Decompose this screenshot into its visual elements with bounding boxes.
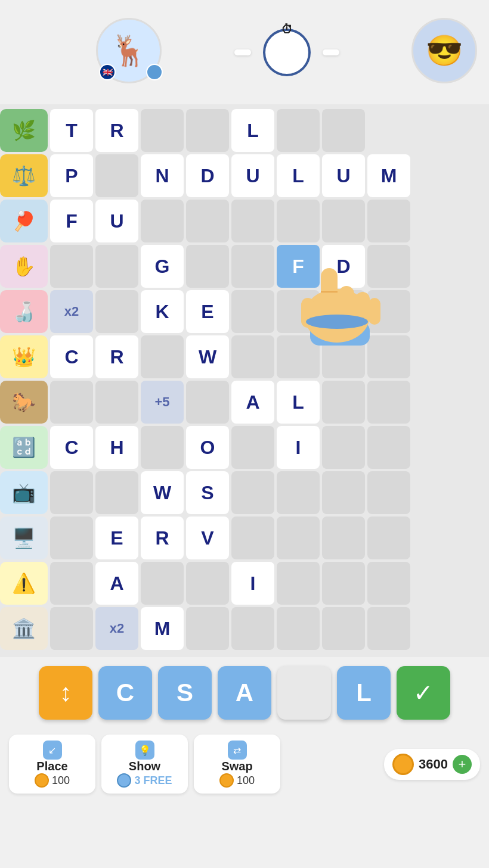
grid-cells-9: ERV xyxy=(50,517,484,559)
cell-1-4[interactable]: U xyxy=(231,154,274,197)
swap-cost: 100 xyxy=(219,773,255,788)
cell-2-3 xyxy=(186,200,229,242)
grid-cells-1: PNDULUM xyxy=(50,154,484,197)
cell-6-1 xyxy=(95,381,138,424)
cell-11-5 xyxy=(277,607,320,650)
tile-tray: ↕CSAL✓ xyxy=(0,657,489,729)
cell-3-6[interactable]: D xyxy=(322,245,365,288)
cell-10-1[interactable]: A xyxy=(95,562,138,605)
cell-0-4[interactable]: L xyxy=(231,109,274,152)
cell-9-0 xyxy=(50,517,93,559)
cell-10-6 xyxy=(322,562,365,605)
cell-1-0[interactable]: P xyxy=(50,154,93,197)
cell-8-0 xyxy=(50,471,93,514)
board-row-0: 🌿TRL xyxy=(0,109,484,152)
place-icon: ↙ xyxy=(43,741,62,760)
cell-2-1[interactable]: U xyxy=(95,200,138,242)
coins-amount: 3600 xyxy=(419,757,448,772)
cell-0-6 xyxy=(322,109,365,152)
cell-1-6[interactable]: U xyxy=(322,154,365,197)
confirm-button[interactable]: ✓ xyxy=(397,666,450,720)
cell-2-5 xyxy=(277,200,320,242)
show-icon: 💡 xyxy=(135,741,154,760)
cell-1-2[interactable]: N xyxy=(141,154,184,197)
board-row-7: 🔡CHOI xyxy=(0,426,484,469)
coins-icon xyxy=(392,754,414,775)
cell-7-2 xyxy=(141,426,184,469)
cell-10-0 xyxy=(50,562,93,605)
cell-10-4[interactable]: I xyxy=(231,562,274,605)
tile-3[interactable]: A xyxy=(218,666,271,720)
opponent-avatar-container: 😎 xyxy=(411,18,477,83)
cell-5-1[interactable]: R xyxy=(95,335,138,378)
cell-0-0[interactable]: T xyxy=(50,109,93,152)
cell-8-3[interactable]: S xyxy=(186,471,229,514)
cell-6-7 xyxy=(367,381,410,424)
cell-3-2[interactable]: G xyxy=(141,245,184,288)
add-coins-button[interactable]: + xyxy=(453,755,472,774)
opponent-avatar: 😎 xyxy=(411,18,477,83)
cell-1-5[interactable]: L xyxy=(277,154,320,197)
cell-9-1[interactable]: E xyxy=(95,517,138,559)
board-row-10: ⚠️AI xyxy=(0,562,484,605)
cell-4-5 xyxy=(277,290,320,333)
cell-4-2[interactable]: K xyxy=(141,290,184,333)
tile-2[interactable]: S xyxy=(158,666,212,720)
game-board: 🌿TRL⚖️PNDULUM🏓FU✋GFD🍶x2KE👑CRW🐎+5AL🔡CHOI📺… xyxy=(0,104,489,657)
cell-11-2[interactable]: M xyxy=(141,607,184,650)
board-row-4: 🍶x2KE xyxy=(0,290,484,333)
swap-button[interactable]: ⇄ Swap 100 xyxy=(194,735,280,794)
cell-3-3 xyxy=(186,245,229,288)
cell-4-1 xyxy=(95,290,138,333)
cell-5-2 xyxy=(141,335,184,378)
cell-6-5[interactable]: L xyxy=(277,381,320,424)
back-button[interactable] xyxy=(12,46,24,58)
board-row-2: 🏓FU xyxy=(0,200,484,242)
tile-1[interactable]: C xyxy=(98,666,152,720)
cell-9-3[interactable]: V xyxy=(186,517,229,559)
place-button[interactable]: ↙ Place 100 xyxy=(9,735,95,794)
cell-4-3[interactable]: E xyxy=(186,290,229,333)
cell-2-6 xyxy=(322,200,365,242)
cell-6-4[interactable]: A xyxy=(231,381,274,424)
clue-image-9: 🖥️ xyxy=(0,517,48,559)
cell-1-7[interactable]: M xyxy=(367,154,410,197)
grid-cells-4: x2KE xyxy=(50,290,484,333)
tile-5[interactable]: L xyxy=(337,666,391,720)
cell-5-4 xyxy=(231,335,274,378)
tile-0[interactable]: ↕ xyxy=(39,666,92,720)
clue-image-6: 🐎 xyxy=(0,381,48,424)
cell-7-1[interactable]: H xyxy=(95,426,138,469)
cell-7-0[interactable]: C xyxy=(50,426,93,469)
cell-3-4 xyxy=(231,245,274,288)
tile-4[interactable] xyxy=(277,666,331,720)
swap-label: Swap xyxy=(221,760,252,773)
show-button[interactable]: 💡 Show 3 FREE xyxy=(101,735,188,794)
grid-cells-10: AI xyxy=(50,562,484,605)
timer-display: ⏱ xyxy=(263,29,311,76)
cell-11-7 xyxy=(367,607,410,650)
place-cost: 100 xyxy=(35,773,70,788)
cell-0-1[interactable]: R xyxy=(95,109,138,152)
cell-7-3[interactable]: O xyxy=(186,426,229,469)
cell-2-7 xyxy=(367,200,410,242)
cell-9-6 xyxy=(322,517,365,559)
cell-5-3[interactable]: W xyxy=(186,335,229,378)
cell-11-0 xyxy=(50,607,93,650)
cell-8-2[interactable]: W xyxy=(141,471,184,514)
cell-10-5 xyxy=(277,562,320,605)
opponent-score xyxy=(323,49,339,55)
cell-6-0 xyxy=(50,381,93,424)
cell-8-7 xyxy=(367,471,410,514)
cell-9-2[interactable]: R xyxy=(141,517,184,559)
grid-cells-11: x2M xyxy=(50,607,484,650)
cell-5-0[interactable]: C xyxy=(50,335,93,378)
clue-image-8: 📺 xyxy=(0,471,48,514)
cell-2-4 xyxy=(231,200,274,242)
cell-11-3 xyxy=(186,607,229,650)
cell-7-5[interactable]: I xyxy=(277,426,320,469)
cell-3-5[interactable]: F xyxy=(277,245,320,288)
cell-4-0: x2 xyxy=(50,290,93,333)
cell-1-3[interactable]: D xyxy=(186,154,229,197)
cell-2-0[interactable]: F xyxy=(50,200,93,242)
